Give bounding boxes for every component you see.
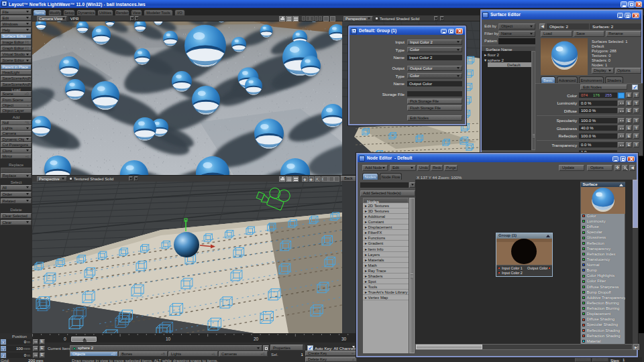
svg-text:20: 20 [254,337,259,341]
svg-text:30: 30 [341,337,347,341]
svg-text:10: 10 [166,337,171,341]
svg-text:0: 0 [64,337,66,341]
